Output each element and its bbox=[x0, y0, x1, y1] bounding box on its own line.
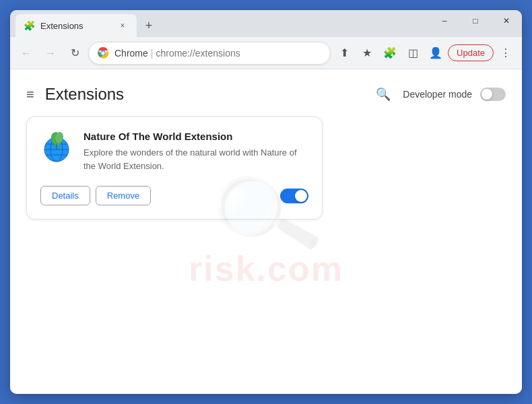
extension-card: Nature Of The World Extension Explore th… bbox=[26, 116, 323, 220]
page-title: Extensions bbox=[45, 85, 124, 104]
bookmark-button[interactable]: ★ bbox=[356, 42, 378, 64]
address-text: Chrome | chrome://extensions bbox=[114, 48, 240, 59]
reload-button[interactable]: ↻ bbox=[64, 42, 86, 64]
update-button[interactable]: Update bbox=[448, 44, 494, 61]
remove-button[interactable]: Remove bbox=[96, 186, 151, 205]
maximize-button[interactable]: □ bbox=[460, 10, 491, 32]
browser-window: 🧩 Extensions × + – □ ✕ ← → ↻ Chrome bbox=[10, 10, 522, 394]
extensions-list: Nature Of The World Extension Explore th… bbox=[10, 116, 522, 220]
profile-button[interactable]: 👤 bbox=[425, 42, 446, 64]
ext-card-top: Nature Of The World Extension Explore th… bbox=[40, 131, 308, 172]
share-button[interactable]: ⬆ bbox=[333, 42, 355, 64]
back-button[interactable]: ← bbox=[15, 42, 37, 64]
active-tab[interactable]: 🧩 Extensions × bbox=[15, 14, 137, 37]
watermark-text: risk.com bbox=[189, 248, 343, 289]
extension-description: Explore the wonders of the natural world… bbox=[84, 146, 308, 172]
search-icon: 🔍 bbox=[376, 87, 391, 102]
tab-label: Extensions bbox=[40, 21, 111, 31]
sidebar-button[interactable]: ◫ bbox=[402, 42, 424, 64]
svg-point-1 bbox=[101, 51, 104, 55]
ext-header-right: 🔍 Developer mode bbox=[372, 83, 506, 106]
address-path: chrome://extensions bbox=[156, 48, 240, 59]
tab-close-button[interactable]: × bbox=[117, 20, 129, 32]
ext-title-area: ≡ Extensions bbox=[26, 85, 124, 104]
minimize-button[interactable]: – bbox=[429, 10, 460, 32]
close-button[interactable]: ✕ bbox=[491, 10, 522, 32]
ext-card-bottom: Details Remove bbox=[40, 186, 308, 205]
address-separator: | bbox=[151, 48, 154, 59]
extensions-button[interactable]: 🧩 bbox=[379, 42, 401, 64]
address-bar[interactable]: Chrome | chrome://extensions bbox=[88, 42, 331, 65]
ext-info: Nature Of The World Extension Explore th… bbox=[84, 131, 308, 172]
extension-icon bbox=[40, 131, 73, 163]
developer-mode-label: Developer mode bbox=[403, 89, 472, 100]
address-domain: Chrome bbox=[114, 48, 148, 59]
tab-extensions-icon: 🧩 bbox=[24, 20, 35, 31]
menu-button[interactable]: ⋮ bbox=[495, 42, 517, 64]
extension-enable-toggle[interactable] bbox=[280, 189, 308, 203]
hamburger-menu-icon[interactable]: ≡ bbox=[26, 87, 34, 102]
toggle-knob bbox=[481, 89, 492, 100]
search-extensions-button[interactable]: 🔍 bbox=[372, 83, 395, 106]
new-tab-button[interactable]: + bbox=[139, 16, 158, 35]
details-button[interactable]: Details bbox=[40, 186, 90, 205]
window-controls: – □ ✕ bbox=[429, 10, 522, 32]
navbar: ← → ↻ Chrome | chrome://extensions ⬆ ★ 🧩… bbox=[10, 37, 522, 69]
page-content: 🔍 risk.com ≡ Extensions 🔍 Developer mode bbox=[10, 69, 522, 394]
forward-button[interactable]: → bbox=[40, 42, 61, 64]
chrome-logo-icon bbox=[97, 47, 109, 59]
ext-toggle-knob bbox=[295, 190, 307, 202]
developer-mode-toggle[interactable] bbox=[480, 88, 506, 101]
extension-name: Nature Of The World Extension bbox=[84, 131, 308, 142]
extensions-header: ≡ Extensions 🔍 Developer mode bbox=[10, 69, 522, 116]
nav-actions: ⬆ ★ 🧩 ◫ 👤 Update ⋮ bbox=[333, 42, 517, 64]
title-bar: 🧩 Extensions × + – □ ✕ bbox=[10, 10, 522, 37]
